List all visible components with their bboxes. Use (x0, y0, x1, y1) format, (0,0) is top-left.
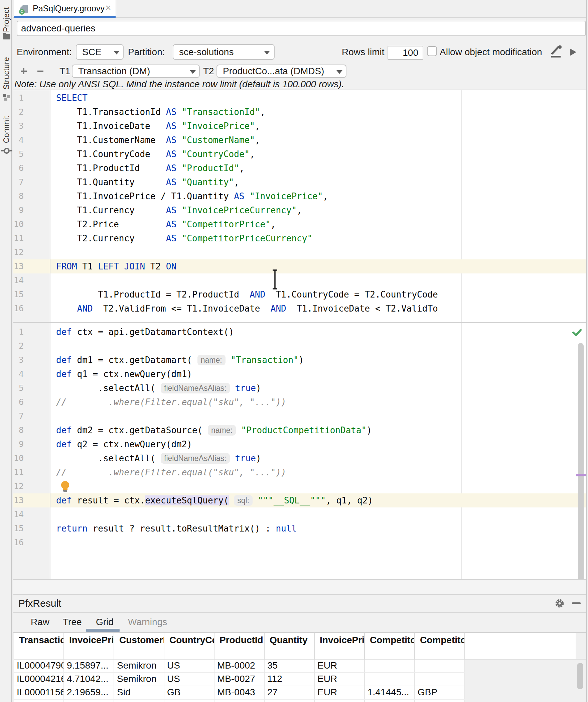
grid-column-header[interactable]: CompetitorPrice (365, 633, 415, 659)
code-line[interactable]: def result = ctx.executeSqlQuery( sql: "… (56, 493, 373, 507)
code-line[interactable]: T1.Quantity AS "Quantity", (56, 175, 239, 189)
tab-close-icon[interactable]: × (105, 0, 111, 16)
inspection-ok-check-icon[interactable] (572, 328, 582, 337)
grid-cell[interactable]: MB-0002 (214, 660, 265, 673)
code-line[interactable]: T1.CountryCode AS "CountryCode", (56, 147, 255, 161)
rows-limit-input[interactable]: 100 (388, 46, 423, 60)
grid-cell[interactable] (365, 660, 415, 673)
code-line[interactable]: def dm2 = ctx.getDataSource( name: "Prod… (56, 423, 372, 437)
code-line[interactable]: AND T2.ValidFrom <= T1.InvoiceDate AND T… (56, 302, 438, 316)
code-line[interactable]: // .where(Filter.equal("sku", "...")) (56, 465, 286, 479)
line-number: 6 (13, 395, 24, 409)
code-line[interactable]: def ctx = api.getDatamartContext() (56, 325, 234, 339)
editor-scrollbar[interactable] (578, 343, 584, 579)
add-table-button[interactable] (21, 68, 27, 74)
groovy-editor[interactable]: 1def ctx = api.getDatamartContext()23def… (13, 323, 586, 579)
intention-bulb-icon[interactable] (61, 481, 70, 492)
panel-splitter[interactable] (13, 580, 586, 594)
grid-cell[interactable]: 2.19659... (64, 686, 114, 700)
grid-column-header[interactable]: CompetitorPriceCurrency (415, 633, 465, 659)
grid-cell[interactable]: Semikron (114, 673, 164, 686)
code-line[interactable]: SELECT (56, 91, 88, 105)
grid-cell[interactable]: IL00001156 (14, 686, 64, 700)
grid-column-header[interactable]: ProductId (214, 633, 265, 659)
grid-cell[interactable]: 1.41445... (365, 686, 415, 700)
grid-cell[interactable]: Sid (114, 686, 164, 700)
grid-cell[interactable]: IL00004790 (14, 660, 64, 673)
grid-cell[interactable]: MB-0027 (214, 673, 265, 686)
chevron-down-icon (114, 51, 120, 54)
file-tab[interactable]: G PaSqlQuery.groovy × (14, 0, 116, 18)
grid-cell[interactable]: 27 (265, 686, 315, 700)
code-line[interactable]: T1.CustomerName AS "CustomerName", (56, 133, 260, 147)
t2-select[interactable]: ProductCo...ata (DMDS) (216, 65, 346, 78)
grid-cell[interactable]: MB-0043 (214, 686, 265, 700)
gear-icon[interactable] (555, 598, 565, 608)
grid-cell[interactable]: 9.15897... (64, 660, 114, 673)
grid-scrollbar[interactable] (577, 663, 583, 689)
code-line[interactable]: .selectAll( fieldNameAsAlias: true) (56, 451, 261, 465)
code-line[interactable]: .selectAll( fieldNameAsAlias: true) (56, 381, 261, 395)
run-play-icon[interactable] (570, 48, 576, 56)
grid-cell[interactable]: 112 (265, 673, 315, 686)
grid-cell[interactable]: GB (164, 686, 214, 700)
code-line[interactable]: T1.ProductId AS "ProductId", (56, 161, 245, 175)
grid-cell[interactable]: Semikron (114, 660, 164, 673)
line-number: 14 (13, 273, 24, 287)
code-line[interactable]: return result ? result.toResultMatrix() … (56, 521, 297, 536)
edit-pencil-icon[interactable] (550, 44, 564, 59)
grid-cell[interactable] (365, 673, 415, 686)
hide-panel-icon[interactable] (572, 602, 581, 604)
sidebar-item-commit[interactable]: Commit (2, 116, 11, 143)
code-line[interactable]: T1.ProductId = T2.ProductId AND T1.Count… (56, 287, 438, 302)
t1-select[interactable]: Transaction (DM) (72, 65, 200, 78)
grid-cell[interactable]: 4.71042... (64, 673, 114, 686)
line-number: 12 (13, 479, 24, 493)
code-line[interactable]: T2.Price AS "CompetitorPrice", (56, 217, 276, 231)
grid-cell (64, 700, 114, 702)
remove-table-button[interactable] (37, 71, 43, 72)
result-tab-raw[interactable]: Raw (31, 613, 49, 632)
code-line[interactable]: T1.InvoicePrice / T1.Quantity AS "Invoic… (56, 189, 328, 203)
grid-cell (14, 700, 64, 702)
code-line[interactable]: T1.Currency AS "InvoicePriceCurrency", (56, 203, 302, 217)
grid-cell[interactable]: 35 (265, 660, 315, 673)
grid-cell[interactable]: IL00004216 (14, 673, 64, 686)
line-number: 11 (13, 231, 24, 245)
line-number: 1 (13, 325, 24, 339)
code-line[interactable]: def q2 = ctx.newQuery(dm2) (56, 437, 192, 451)
error-stripe-mark[interactable] (576, 474, 586, 476)
sidebar-item-structure[interactable]: Structure (2, 57, 11, 90)
code-line[interactable]: // .where(Filter.equal("sku", "...")) (56, 395, 286, 409)
grid-column-header[interactable]: InvoicePriceCurrency (315, 633, 365, 659)
code-line[interactable]: def q1 = ctx.newQuery(dm1) (56, 367, 192, 381)
code-line[interactable]: T2.Currency AS "CompetitorPriceCurrency" (56, 231, 312, 245)
line-number: 9 (13, 203, 24, 217)
grid-cell[interactable] (415, 673, 465, 686)
code-line[interactable]: FROM T1 LEFT JOIN T2 ON (56, 259, 176, 273)
code-line[interactable]: T1.TransactionId AS "TransactionId", (56, 105, 265, 119)
result-tab-tree[interactable]: Tree (63, 613, 82, 632)
allow-object-modification-checkbox[interactable] (427, 46, 437, 56)
grid-cell[interactable]: GBP (415, 686, 465, 700)
partition-select[interactable]: sce-solutions (173, 44, 275, 60)
grid-cell[interactable]: EUR (315, 673, 365, 686)
grid-column-header[interactable]: CountryCode (164, 633, 214, 659)
grid-column-header[interactable]: Quantity (265, 633, 315, 659)
grid-cell[interactable]: US (164, 673, 214, 686)
grid-cell[interactable]: EUR (315, 660, 365, 673)
grid-cell[interactable] (415, 660, 465, 673)
grid-cell[interactable]: US (164, 660, 214, 673)
code-line[interactable]: def dm1 = ctx.getDatamart( name: "Transa… (56, 353, 304, 367)
grid-column-header[interactable]: CustomerName (114, 633, 164, 659)
grid-cell[interactable]: EUR (315, 686, 365, 700)
environment-select[interactable]: SCE (76, 44, 124, 60)
result-tab-warnings[interactable]: Warnings (128, 613, 167, 632)
sql-editor[interactable]: 1SELECT2 T1.TransactionId AS "Transactio… (13, 90, 586, 322)
query-name-input[interactable]: advanced-queries (17, 21, 586, 36)
code-line[interactable]: T1.InvoiceDate AS "InvoicePrice", (56, 119, 260, 133)
grid-column-header[interactable]: TransactionId (14, 633, 64, 659)
groovy-badge: G (19, 9, 25, 15)
sidebar-item-project[interactable]: Project (2, 7, 11, 32)
grid-column-header[interactable]: InvoicePrice (64, 633, 114, 659)
